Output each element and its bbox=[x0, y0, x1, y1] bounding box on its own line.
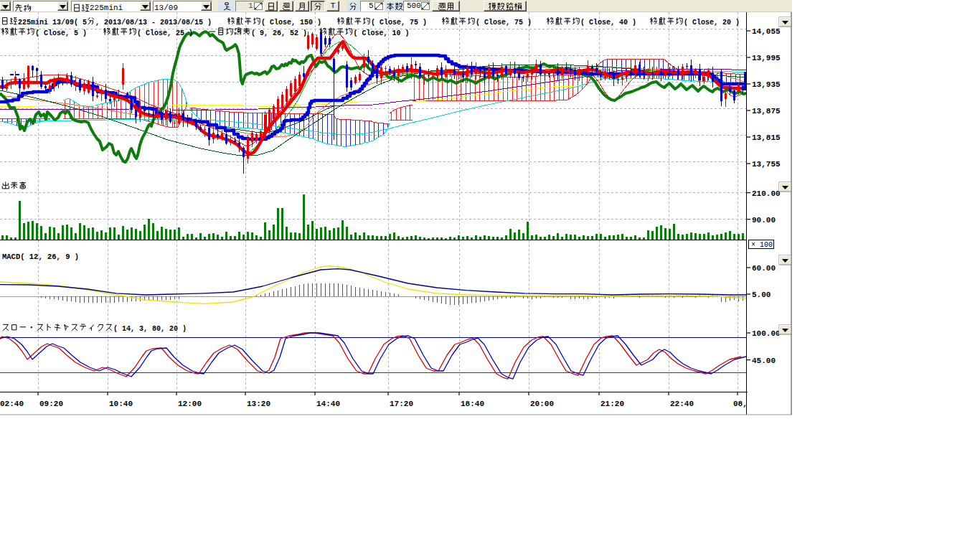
svg-text:10:40: 10:40 bbox=[109, 400, 133, 408]
svg-text:( Close, 10 ): ( Close, 10 ) bbox=[354, 29, 410, 37]
svg-text:17:20: 17:20 bbox=[390, 400, 413, 408]
svg-text:100.00: 100.00 bbox=[752, 329, 781, 338]
svg-text:( Close, 40 ): ( Close, 40 ) bbox=[580, 19, 636, 27]
svg-text:09:20: 09:20 bbox=[39, 400, 63, 408]
svg-text:13,875: 13,875 bbox=[752, 107, 781, 116]
svg-text:( Close, 75 ): ( Close, 75 ) bbox=[476, 19, 532, 27]
svg-text:13,995: 13,995 bbox=[752, 54, 781, 62]
svg-text:( 14, 3, 80, 20 ): ( 14, 3, 80, 20 ) bbox=[113, 325, 187, 333]
svg-text:22:40: 22:40 bbox=[670, 400, 694, 408]
svg-text:13,815: 13,815 bbox=[752, 133, 781, 142]
svg-text:02:40: 02:40 bbox=[0, 400, 24, 408]
svg-text:( 9, 26, 52 ): ( 9, 26, 52 ) bbox=[251, 29, 307, 37]
svg-text:60.00: 60.00 bbox=[752, 264, 776, 273]
svg-text:18:40: 18:40 bbox=[461, 400, 484, 408]
svg-text:× 100: × 100 bbox=[751, 241, 773, 249]
svg-text:13,755: 13,755 bbox=[752, 160, 781, 169]
svg-text:MACD( 12, 26, 9 ): MACD( 12, 26, 9 ) bbox=[2, 253, 79, 261]
svg-text:( Close, 25 ): ( Close, 25 ) bbox=[137, 29, 193, 37]
svg-text:20:00: 20:00 bbox=[530, 400, 554, 408]
svg-text:90.00: 90.00 bbox=[752, 216, 776, 225]
svg-text:13:20: 13:20 bbox=[247, 400, 270, 408]
svg-text:225mini 13/09( 5: 225mini 13/09( 5 bbox=[18, 19, 87, 27]
svg-text:21:20: 21:20 bbox=[600, 400, 624, 408]
svg-text:14,055: 14,055 bbox=[752, 27, 781, 36]
svg-text:( Close, 5 ): ( Close, 5 ) bbox=[35, 29, 87, 37]
svg-text:14:40: 14:40 bbox=[316, 400, 340, 408]
svg-text:13,935: 13,935 bbox=[752, 80, 781, 89]
svg-text:210.00: 210.00 bbox=[752, 189, 781, 198]
svg-text:45.00: 45.00 bbox=[752, 357, 776, 365]
svg-text:08,: 08, bbox=[733, 400, 748, 408]
svg-text:, 2013/08/13 - 2013/08/15 ): , 2013/08/13 - 2013/08/15 ) bbox=[95, 19, 212, 27]
svg-text:( Close, 75 ): ( Close, 75 ) bbox=[371, 19, 427, 27]
svg-text:( Close, 20 ): ( Close, 20 ) bbox=[684, 19, 740, 27]
svg-text:12:00: 12:00 bbox=[178, 400, 202, 408]
svg-text:( Close, 150 ): ( Close, 150 ) bbox=[261, 19, 321, 27]
svg-text:5.00: 5.00 bbox=[752, 291, 771, 299]
